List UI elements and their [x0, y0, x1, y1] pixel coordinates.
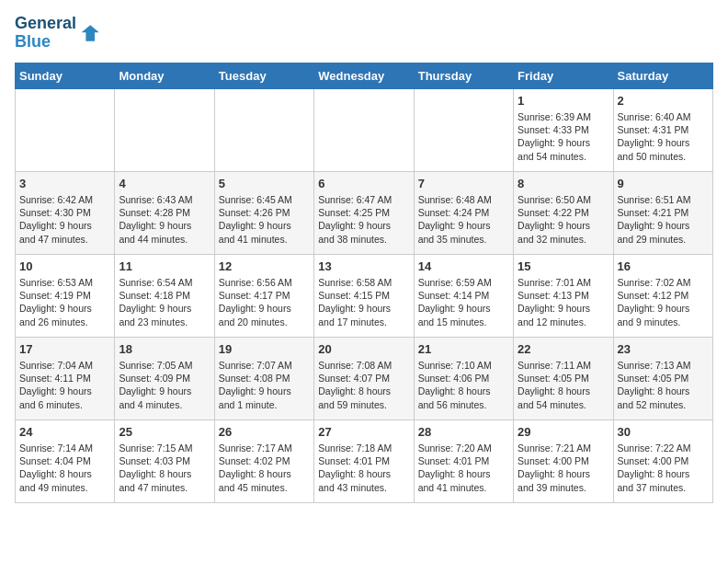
day-info: Daylight: 8 hours — [518, 467, 609, 480]
day-number: 4 — [119, 176, 210, 192]
day-info: Sunset: 4:26 PM — [219, 206, 310, 219]
day-info: Sunset: 4:31 PM — [618, 123, 709, 136]
day-info: and 56 minutes. — [418, 398, 509, 411]
logo-text: GeneralBlue — [15, 15, 76, 52]
weekday-header-saturday: Saturday — [613, 63, 712, 88]
day-info: Sunset: 4:03 PM — [119, 454, 210, 467]
day-info: and 54 minutes. — [518, 150, 609, 163]
day-number: 5 — [219, 176, 310, 192]
day-number: 18 — [119, 341, 210, 358]
weekday-header-sunday: Sunday — [16, 63, 115, 88]
day-info: Daylight: 8 hours — [318, 385, 409, 397]
day-info: and 4 minutes. — [119, 398, 210, 411]
day-info: and 47 minutes. — [119, 481, 210, 494]
day-number: 28 — [418, 424, 509, 441]
day-number: 2 — [618, 93, 709, 109]
day-info: Daylight: 9 hours — [119, 385, 210, 397]
weekday-header-thursday: Thursday — [414, 63, 513, 88]
day-info: Sunset: 4:02 PM — [219, 454, 310, 467]
day-info: Daylight: 9 hours — [518, 219, 609, 232]
day-info: Sunrise: 6:56 AM — [219, 276, 310, 289]
day-number: 20 — [318, 341, 409, 358]
calendar-cell — [16, 88, 115, 171]
day-info: Sunset: 4:09 PM — [119, 372, 210, 385]
day-info: Sunrise: 7:04 AM — [19, 359, 110, 372]
calendar-cell: 11Sunrise: 6:54 AMSunset: 4:18 PMDayligh… — [115, 254, 214, 337]
day-info: and 59 minutes. — [318, 398, 409, 411]
day-info: Sunset: 4:30 PM — [19, 206, 110, 219]
day-info: Daylight: 8 hours — [318, 467, 409, 480]
calendar-cell: 7Sunrise: 6:48 AMSunset: 4:24 PMDaylight… — [414, 171, 513, 254]
day-info: Daylight: 8 hours — [418, 385, 509, 397]
day-info: and 12 minutes. — [518, 316, 609, 328]
day-info: and 15 minutes. — [418, 316, 509, 328]
calendar-cell: 8Sunrise: 6:50 AMSunset: 4:22 PMDaylight… — [514, 171, 613, 254]
day-number: 15 — [518, 259, 609, 275]
day-info: Sunset: 4:21 PM — [618, 206, 709, 219]
day-info: Daylight: 8 hours — [19, 467, 110, 480]
day-info: Sunset: 4:00 PM — [618, 454, 709, 467]
day-info: and 9 minutes. — [618, 316, 709, 328]
day-info: Sunset: 4:01 PM — [318, 454, 409, 467]
day-info: Sunset: 4:04 PM — [19, 454, 110, 467]
calendar-cell: 24Sunrise: 7:14 AMSunset: 4:04 PMDayligh… — [16, 419, 115, 502]
day-info: Sunset: 4:11 PM — [19, 372, 110, 385]
calendar-cell — [414, 88, 513, 171]
calendar-cell: 2Sunrise: 6:40 AMSunset: 4:31 PMDaylight… — [613, 88, 712, 171]
day-info: Daylight: 9 hours — [119, 219, 210, 232]
day-number: 1 — [518, 93, 609, 109]
day-info: Daylight: 9 hours — [318, 219, 409, 232]
calendar-cell — [314, 88, 414, 171]
day-info: and 39 minutes. — [518, 481, 609, 494]
day-number: 17 — [19, 341, 110, 358]
day-info: and 44 minutes. — [119, 233, 210, 246]
day-info: and 29 minutes. — [618, 233, 709, 246]
day-number: 3 — [19, 176, 110, 192]
day-info: and 32 minutes. — [518, 233, 609, 246]
day-info: Daylight: 8 hours — [418, 467, 509, 480]
calendar-cell: 10Sunrise: 6:53 AMSunset: 4:19 PMDayligh… — [16, 254, 115, 337]
day-info: Sunrise: 6:48 AM — [418, 193, 509, 206]
day-info: Daylight: 9 hours — [219, 302, 310, 315]
calendar-cell: 6Sunrise: 6:47 AMSunset: 4:25 PMDaylight… — [314, 171, 414, 254]
day-info: Sunset: 4:01 PM — [418, 454, 509, 467]
day-info: Sunrise: 7:22 AM — [618, 442, 709, 454]
day-info: Daylight: 9 hours — [518, 302, 609, 315]
day-number: 14 — [418, 259, 509, 275]
calendar-cell: 21Sunrise: 7:10 AMSunset: 4:06 PMDayligh… — [414, 337, 513, 419]
calendar-cell: 28Sunrise: 7:20 AMSunset: 4:01 PMDayligh… — [414, 419, 513, 502]
day-info: and 17 minutes. — [318, 316, 409, 328]
day-info: Sunrise: 6:43 AM — [119, 193, 210, 206]
day-info: Daylight: 9 hours — [119, 302, 210, 315]
calendar-cell: 4Sunrise: 6:43 AMSunset: 4:28 PMDaylight… — [115, 171, 214, 254]
day-info: and 45 minutes. — [219, 481, 310, 494]
weekday-header-monday: Monday — [115, 63, 214, 88]
day-info: Sunrise: 6:45 AM — [219, 193, 310, 206]
day-info: and 54 minutes. — [518, 398, 609, 411]
day-info: Sunrise: 6:58 AM — [318, 276, 409, 289]
day-number: 9 — [618, 176, 709, 192]
day-number: 10 — [19, 259, 110, 275]
calendar-cell: 16Sunrise: 7:02 AMSunset: 4:12 PMDayligh… — [613, 254, 712, 337]
day-info: Sunrise: 7:21 AM — [518, 442, 609, 454]
calendar-cell — [115, 88, 214, 171]
calendar-table: SundayMondayTuesdayWednesdayThursdayFrid… — [15, 63, 713, 503]
day-info: and 49 minutes. — [19, 481, 110, 494]
day-info: and 20 minutes. — [219, 316, 310, 328]
day-info: Daylight: 9 hours — [19, 219, 110, 232]
day-info: Sunrise: 7:01 AM — [518, 276, 609, 289]
day-number: 25 — [119, 424, 210, 441]
day-info: Daylight: 8 hours — [618, 467, 709, 480]
day-info: Sunset: 4:22 PM — [518, 206, 609, 219]
day-info: Sunrise: 6:51 AM — [618, 193, 709, 206]
day-info: and 41 minutes. — [219, 233, 310, 246]
day-info: Sunset: 4:19 PM — [19, 289, 110, 302]
calendar-cell: 5Sunrise: 6:45 AMSunset: 4:26 PMDaylight… — [214, 171, 313, 254]
day-info: Sunrise: 7:18 AM — [318, 442, 409, 454]
day-info: Daylight: 9 hours — [219, 219, 310, 232]
day-info: Sunset: 4:33 PM — [518, 123, 609, 136]
day-number: 19 — [219, 341, 310, 358]
day-number: 6 — [318, 176, 409, 192]
day-number: 26 — [219, 424, 310, 441]
day-number: 13 — [318, 259, 409, 275]
